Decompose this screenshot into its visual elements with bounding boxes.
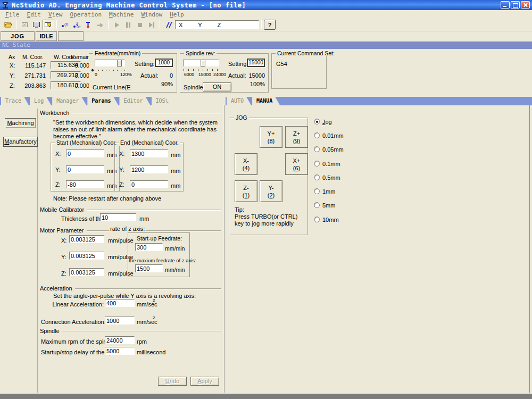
- radio-0-5mm[interactable]: [314, 174, 320, 180]
- trace-mode-icon[interactable]: [43, 20, 54, 30]
- radio-1mm[interactable]: [314, 188, 320, 194]
- start-z-input[interactable]: [66, 180, 104, 188]
- back-to-origin-icon[interactable]: 0+: [71, 20, 82, 30]
- menu-edit[interactable]: Edit: [24, 11, 45, 18]
- menu-window[interactable]: Window: [138, 11, 165, 18]
- jog-z-plus-label: Z+: [293, 130, 300, 137]
- motor-x-input[interactable]: [69, 235, 104, 243]
- radio-1mm-label[interactable]: 1mm: [322, 188, 335, 195]
- radio-jog[interactable]: [314, 119, 320, 124]
- radio-jog-label[interactable]: Jog: [322, 119, 332, 125]
- jog-y-plus-button[interactable]: Y+ 8: [260, 126, 282, 148]
- end-x-input[interactable]: [130, 149, 168, 157]
- jog-y-minus-button[interactable]: Y- 2: [260, 180, 282, 202]
- jog-z-minus-button[interactable]: Z- 1: [235, 180, 257, 202]
- radio-0-05mm[interactable]: [314, 146, 320, 152]
- start-icon[interactable]: [111, 20, 122, 30]
- mode-tab-jog[interactable]: JOG: [1, 31, 35, 41]
- jog-y-minus-key: 2: [268, 192, 275, 198]
- radio-0-05mm-label[interactable]: 0.05mm: [322, 146, 344, 153]
- close-icon[interactable]: [521, 1, 530, 9]
- thickness-input[interactable]: [100, 213, 136, 221]
- manufactory-button[interactable]: Manufactory: [3, 137, 38, 147]
- spindle-on-button[interactable]: ON: [203, 82, 231, 92]
- pause-icon[interactable]: [122, 20, 134, 30]
- axis-select-input[interactable]: [175, 20, 259, 29]
- tool-calibration-icon[interactable]: [82, 20, 94, 30]
- go-forward-icon[interactable]: [94, 20, 106, 30]
- tab-manual[interactable]: MANUA: [252, 97, 280, 105]
- open-file-icon[interactable]: [3, 20, 14, 30]
- jog-group: JOG Y+ 8 Z+ 9 X- 4 X+ 6 Z- 1 Y- 2 Tip: P…: [230, 118, 308, 235]
- undo-button[interactable]: Undo: [158, 377, 187, 386]
- motor-parameter-title: Motor Parameter: [40, 227, 84, 234]
- display-window-icon[interactable]: [31, 20, 43, 30]
- sidebar-divider: [37, 109, 38, 393]
- maximize-icon[interactable]: [511, 1, 520, 9]
- spindle-section-header: Spindle: [40, 328, 221, 334]
- feedrate-setting-value[interactable]: 1000: [155, 59, 173, 67]
- spindle-actual-value: 15000: [247, 72, 265, 79]
- conn-accel-input[interactable]: [105, 317, 135, 325]
- radio-5mm[interactable]: [314, 202, 320, 208]
- tab-iostate[interactable]: IOState: [152, 97, 186, 105]
- end-z-input[interactable]: [130, 180, 168, 188]
- menu-help[interactable]: Help: [167, 11, 187, 18]
- radio-10mm[interactable]: [314, 217, 320, 222]
- spindle-setting-value[interactable]: 15000: [247, 59, 265, 67]
- tab-log[interactable]: Log: [30, 97, 51, 105]
- feedrate-slider-thumb[interactable]: [117, 60, 122, 66]
- minimize-icon[interactable]: [501, 1, 510, 9]
- menu-machine[interactable]: Machine: [106, 11, 137, 18]
- radio-0-1mm-label[interactable]: 0.1mm: [322, 161, 340, 167]
- linear-accel-sup: 2: [153, 298, 155, 303]
- radio-0-01mm[interactable]: [314, 132, 320, 138]
- set-origin-icon[interactable]: (0: [59, 20, 71, 30]
- spindle-percent: 100%: [247, 81, 265, 87]
- tab-manager[interactable]: Manager: [52, 97, 86, 105]
- tab-editor[interactable]: Editor: [119, 97, 150, 105]
- motor-z-input[interactable]: [69, 268, 104, 276]
- start-y-input[interactable]: [66, 165, 104, 173]
- axis-label-y: Y:: [10, 72, 15, 79]
- end-y-input[interactable]: [130, 165, 168, 173]
- radio-0-1mm[interactable]: [314, 161, 320, 167]
- apply-button[interactable]: Apply: [190, 377, 219, 386]
- undo-label: Undo: [165, 377, 179, 385]
- spindle-slider-thumb[interactable]: [201, 60, 205, 66]
- simulate-icon[interactable]: [19, 20, 31, 30]
- stop-icon[interactable]: [134, 20, 146, 30]
- command-set-group: Current Command Set: G54: [271, 53, 327, 89]
- start-x-input[interactable]: [66, 149, 104, 157]
- tab-params[interactable]: Params: [87, 97, 118, 105]
- jog-x-plus-button[interactable]: X+ 6: [285, 153, 308, 175]
- nc-state-bar: NC State: [0, 41, 532, 49]
- jog-x-minus-button[interactable]: X- 4: [235, 153, 257, 175]
- max-rpm-input[interactable]: [105, 336, 135, 344]
- motor-y-input[interactable]: [69, 252, 104, 260]
- maxz-feedrate-input[interactable]: [135, 264, 163, 272]
- startup-feedrate-box: Start-up Feedrate: mm/min the maxium fee…: [128, 232, 190, 277]
- toolbar-separator: [16, 20, 17, 29]
- menu-view[interactable]: View: [45, 11, 66, 18]
- radio-0-5mm-label[interactable]: 0.5mm: [322, 174, 340, 181]
- startup-feedrate-input[interactable]: [135, 243, 163, 251]
- radio-0-01mm-label[interactable]: 0.01mm: [322, 132, 344, 139]
- menu-file[interactable]: File: [2, 11, 23, 18]
- radio-5mm-label[interactable]: 5mm: [322, 202, 335, 209]
- machining-button[interactable]: Machining: [5, 118, 36, 128]
- single-step-icon[interactable]: [146, 20, 157, 30]
- menu-operation[interactable]: Operation: [67, 11, 105, 18]
- radio-10mm-label[interactable]: 10mm: [322, 217, 339, 223]
- feedrate-scale-max: 120%: [120, 72, 132, 77]
- start-y-label: Y:: [55, 167, 61, 173]
- delay-input[interactable]: [105, 347, 135, 355]
- help-icon[interactable]: ?: [264, 20, 276, 30]
- tab-trace[interactable]: Trace: [1, 97, 29, 105]
- jog-z-plus-button[interactable]: Z+ 9: [285, 126, 308, 148]
- maxz-feedrate-label: the maxium feedrate of z axis:: [129, 257, 190, 263]
- feedrate-actual-value: 0: [159, 72, 173, 79]
- linear-accel-input[interactable]: [105, 299, 135, 307]
- tab-auto[interactable]: AUTO: [227, 97, 251, 105]
- handwheel-icon[interactable]: [162, 20, 174, 30]
